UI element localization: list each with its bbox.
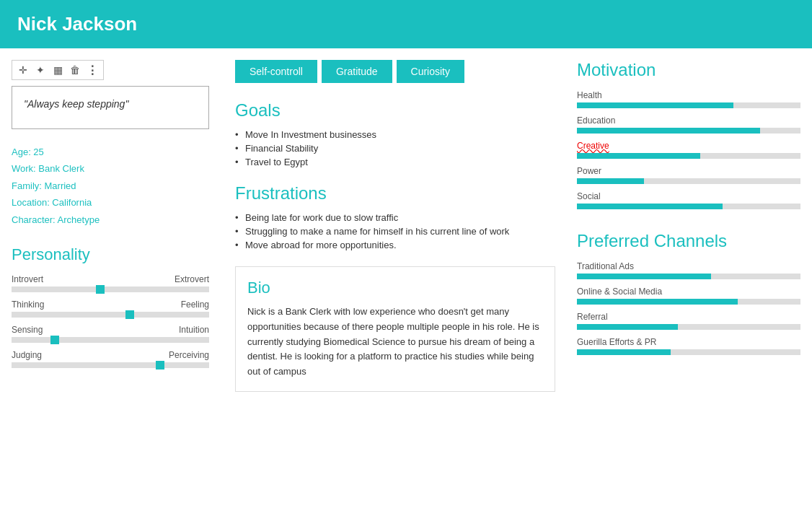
scale-track xyxy=(12,362,209,368)
quote-box: "Always keep stepping" xyxy=(12,86,209,129)
profile-work: Work: Bank Clerk xyxy=(12,160,209,177)
channels-bars: Traditional AdsOnline & Social MediaRefe… xyxy=(577,261,800,355)
move-icon[interactable]: ✛ xyxy=(17,64,30,76)
bar-fill xyxy=(577,204,723,209)
scale-right-label: Intuition xyxy=(179,325,209,335)
pointer-icon[interactable]: ✦ xyxy=(34,64,47,76)
trait-tag[interactable]: Curiosity xyxy=(397,60,464,83)
bar-fill xyxy=(577,178,644,184)
bar-track xyxy=(577,299,800,305)
bar-track xyxy=(577,274,800,279)
frustrations-section: Frustrations Being late for work due to … xyxy=(235,183,555,252)
scale-left-label: Introvert xyxy=(12,274,43,284)
scale-thumb xyxy=(50,336,59,344)
bar-fill xyxy=(577,299,738,305)
scale-track xyxy=(12,312,209,318)
frustrations-title: Frustrations xyxy=(235,183,555,204)
bar-track xyxy=(577,153,800,159)
left-column: ✛ ✦ ▦ 🗑 ⋮ "Always keep stepping" Age: 25… xyxy=(12,60,221,392)
grid-icon[interactable]: ▦ xyxy=(51,64,64,76)
scale-right-label: Perceiving xyxy=(169,350,209,360)
goals-section: Goals Move In Investment businessesFinan… xyxy=(235,100,555,169)
profile-info: Age: 25 Work: Bank Clerk Family: Married… xyxy=(12,144,209,228)
bar-label: Online & Social Media xyxy=(577,287,800,297)
profile-character: Character: Archetype xyxy=(12,211,209,228)
list-item: Move In Investment businesses xyxy=(235,128,555,141)
bar-fill xyxy=(577,102,733,108)
personality-scale: ThinkingFeeling xyxy=(12,300,209,318)
personality-title: Personality xyxy=(12,245,209,264)
bar-label: Traditional Ads xyxy=(577,261,800,271)
bio-title: Bio xyxy=(247,279,543,297)
quote-text: "Always keep stepping" xyxy=(24,98,128,110)
bar-fill xyxy=(577,349,671,355)
motivation-title: Motivation xyxy=(577,60,800,80)
scale-track xyxy=(12,337,209,343)
profile-location: Location: California xyxy=(12,194,209,211)
page-title: Nick Jackson xyxy=(17,13,137,35)
motivation-bar-row: Education xyxy=(577,115,800,134)
motivation-bar-row: Health xyxy=(577,90,800,108)
channel-bar-row: Online & Social Media xyxy=(577,287,800,305)
list-item: Being late for work due to slow traffic xyxy=(235,211,555,224)
bar-fill xyxy=(577,274,711,279)
bio-section: Bio Nick is a Bank Clerk with low experi… xyxy=(235,266,555,392)
bar-label: Power xyxy=(577,166,800,176)
bar-label: Social xyxy=(577,191,800,201)
personality-scale: SensingIntuition xyxy=(12,325,209,343)
channels-title: Preferred Channels xyxy=(577,231,800,251)
bar-track xyxy=(577,178,800,184)
scale-thumb xyxy=(125,310,134,319)
channel-bar-row: Referral xyxy=(577,312,800,330)
bar-label: Creative xyxy=(577,141,800,151)
channel-bar-row: Traditional Ads xyxy=(577,261,800,279)
goals-title: Goals xyxy=(235,100,555,121)
scale-track xyxy=(12,287,209,292)
scale-thumb xyxy=(156,361,164,370)
scale-right-label: Feeling xyxy=(181,300,209,310)
scale-left-label: Judging xyxy=(12,350,42,360)
bio-text: Nick is a Bank Clerk with low experience… xyxy=(247,305,543,380)
trash-icon[interactable]: 🗑 xyxy=(69,64,81,76)
more-icon[interactable]: ⋮ xyxy=(86,64,99,76)
list-item: Financial Stability xyxy=(235,141,555,155)
trait-tags: Self-controllGratitudeCuriosity xyxy=(235,60,555,83)
bar-track xyxy=(577,349,800,355)
right-column: Motivation HealthEducationCreativePowerS… xyxy=(570,60,800,392)
channels-section: Preferred Channels Traditional AdsOnline… xyxy=(577,231,800,355)
profile-age: Age: 25 xyxy=(12,144,209,160)
profile-family: Family: Married xyxy=(12,178,209,194)
scale-left-label: Thinking xyxy=(12,300,44,310)
goals-list: Move In Investment businessesFinancial S… xyxy=(235,128,555,169)
scale-left-label: Sensing xyxy=(12,325,43,335)
bar-fill xyxy=(577,153,700,159)
bar-fill xyxy=(577,324,678,330)
bar-fill xyxy=(577,128,760,134)
bar-track xyxy=(577,324,800,330)
list-item: Travel to Egypt xyxy=(235,155,555,169)
personality-scale: JudgingPerceiving xyxy=(12,350,209,368)
personality-scale: IntrovertExtrovert xyxy=(12,274,209,292)
personality-scales: IntrovertExtrovertThinkingFeelingSensing… xyxy=(12,274,209,368)
scale-right-label: Extrovert xyxy=(175,274,209,284)
bar-label: Health xyxy=(577,90,800,100)
bar-label: Guerilla Efforts & PR xyxy=(577,337,800,347)
middle-column: Self-controllGratitudeCuriosity Goals Mo… xyxy=(221,60,570,392)
toolbar[interactable]: ✛ ✦ ▦ 🗑 ⋮ xyxy=(12,60,104,80)
motivation-bar-row: Creative xyxy=(577,141,800,159)
scale-thumb xyxy=(96,285,105,294)
list-item: Move abroad for more opportunities. xyxy=(235,238,555,252)
bar-label: Education xyxy=(577,115,800,126)
motivation-bars: HealthEducationCreativePowerSocial xyxy=(577,90,800,209)
personality-section: Personality IntrovertExtrovertThinkingFe… xyxy=(12,245,209,368)
bar-track xyxy=(577,102,800,108)
motivation-section: Motivation HealthEducationCreativePowerS… xyxy=(577,60,800,209)
bar-track xyxy=(577,204,800,209)
trait-tag[interactable]: Gratitude xyxy=(322,60,392,83)
frustrations-list: Being late for work due to slow trafficS… xyxy=(235,211,555,252)
channel-bar-row: Guerilla Efforts & PR xyxy=(577,337,800,355)
header: Nick Jackson xyxy=(0,0,812,48)
motivation-bar-row: Social xyxy=(577,191,800,209)
trait-tag[interactable]: Self-controll xyxy=(235,60,317,83)
list-item: Struggling to make a name for himself in… xyxy=(235,224,555,238)
